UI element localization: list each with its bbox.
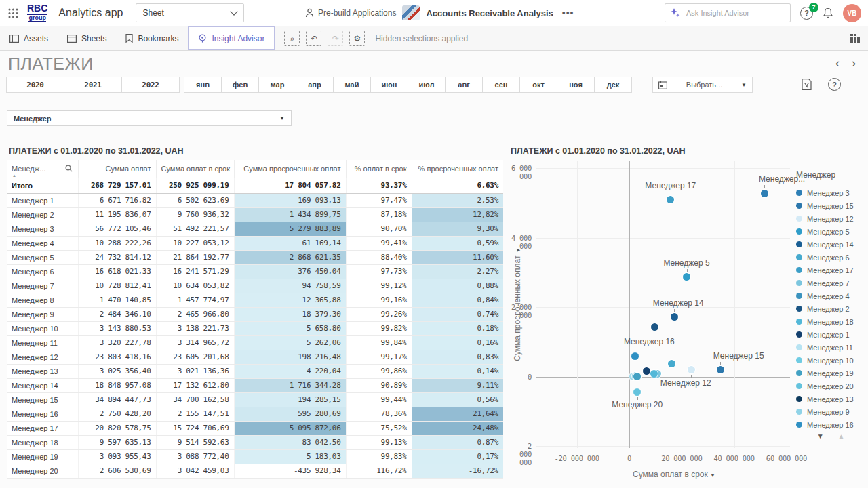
- tab-assets[interactable]: Assets: [0, 26, 58, 50]
- next-sheet-button[interactable]: ›: [852, 57, 856, 69]
- legend-item[interactable]: Менеджер 15: [796, 199, 868, 212]
- manager-cell[interactable]: Менеджер 7: [7, 279, 78, 293]
- month-button-апр[interactable]: апр: [296, 77, 334, 93]
- date-picker[interactable]: Выбрать... ▼: [652, 77, 753, 93]
- manager-filter-dropdown[interactable]: Менеджер ▼: [7, 110, 292, 126]
- scatter-point[interactable]: [633, 388, 641, 396]
- redo-selection-button[interactable]: ↷: [328, 30, 343, 46]
- more-options-button[interactable]: •••: [559, 7, 577, 18]
- user-avatar[interactable]: VB: [843, 4, 861, 22]
- column-header[interactable]: Сумма оплат в срок: [156, 160, 234, 178]
- sheet-navigator-button[interactable]: [850, 26, 860, 50]
- search-selections-button[interactable]: ⌕: [284, 30, 300, 46]
- tab-bookmarks[interactable]: Bookmarks: [116, 26, 188, 50]
- app-menu-icon[interactable]: [0, 0, 26, 26]
- prebuild-applications-button[interactable]: Pre-build Applications: [305, 8, 396, 18]
- scatter-point[interactable]: [668, 360, 675, 367]
- month-button-июн[interactable]: июн: [370, 77, 408, 93]
- undo-selection-button[interactable]: ↶: [306, 30, 321, 46]
- year-button-2022[interactable]: 2022: [121, 77, 180, 93]
- scatter-point[interactable]: [667, 196, 674, 203]
- manager-cell[interactable]: Менеджер 10: [7, 321, 78, 336]
- month-button-фев[interactable]: фев: [221, 77, 259, 93]
- column-header[interactable]: % просроченных оплат: [412, 160, 503, 178]
- year-button-2021[interactable]: 2021: [64, 77, 122, 93]
- legend-item[interactable]: Менеджер 14: [796, 238, 868, 251]
- legend-item[interactable]: Менеджер 17: [796, 264, 868, 277]
- scatter-point[interactable]: [683, 273, 690, 281]
- scatter-point[interactable]: [688, 366, 695, 373]
- manager-cell[interactable]: Менеджер 4: [7, 236, 78, 250]
- insight-advisor-search[interactable]: [665, 3, 791, 22]
- year-button-2020[interactable]: 2020: [6, 77, 64, 93]
- manager-cell[interactable]: Менеджер 15: [7, 392, 78, 407]
- manager-cell[interactable]: Менеджер 12: [7, 350, 78, 364]
- sheet-selector[interactable]: Sheet: [136, 3, 244, 22]
- scatter-point[interactable]: [631, 352, 639, 360]
- help-button[interactable]: ? 7: [800, 7, 813, 20]
- month-button-дек[interactable]: дек: [594, 77, 632, 93]
- x-axis-title[interactable]: Сумма оплат в срок ▼: [613, 470, 735, 479]
- legend-item[interactable]: Менеджер 13: [796, 392, 868, 405]
- manager-cell[interactable]: Менеджер 17: [7, 421, 78, 435]
- bell-icon[interactable]: [823, 7, 833, 19]
- legend-item[interactable]: Менеджер 5: [796, 225, 868, 238]
- prev-sheet-button[interactable]: ‹: [835, 57, 840, 69]
- manager-cell[interactable]: Менеджер 20: [7, 464, 78, 478]
- manager-cell[interactable]: Менеджер 3: [7, 222, 78, 236]
- hidden-selections-icon[interactable]: ⚙: [349, 30, 365, 46]
- manager-cell[interactable]: Менеджер 16: [7, 407, 78, 421]
- month-button-сен[interactable]: сен: [482, 77, 520, 93]
- manager-cell[interactable]: Менеджер 5: [7, 250, 78, 264]
- manager-cell[interactable]: Менеджер 1: [7, 193, 78, 207]
- selections-tool-icon[interactable]: [802, 79, 812, 90]
- month-button-май[interactable]: май: [333, 77, 371, 93]
- manager-cell[interactable]: Менеджер 8: [7, 293, 78, 307]
- legend-item[interactable]: Менеджер 4: [796, 289, 868, 302]
- legend-item[interactable]: Менеджер 9: [796, 405, 868, 418]
- scatter-point[interactable]: [643, 367, 650, 375]
- scatter-point[interactable]: [761, 190, 768, 197]
- legend-item[interactable]: Менеджер 12: [796, 212, 868, 225]
- manager-cell[interactable]: Менеджер 9: [7, 307, 78, 321]
- legend-item[interactable]: Менеджер 1: [796, 328, 868, 341]
- legend-item[interactable]: Менеджер 2: [796, 302, 868, 315]
- month-button-окт[interactable]: окт: [519, 77, 557, 93]
- column-header[interactable]: Менедж...▲: [7, 160, 78, 178]
- month-button-янв[interactable]: янв: [184, 77, 222, 93]
- manager-cell[interactable]: Менеджер 13: [7, 364, 78, 378]
- legend-item[interactable]: Менеджер 10: [796, 354, 868, 367]
- manager-cell[interactable]: Менеджер 11: [7, 336, 78, 350]
- column-header[interactable]: Сумма оплат: [78, 160, 156, 178]
- y-axis-title[interactable]: Сумма просроченных оплат ▼: [513, 161, 522, 448]
- manager-cell[interactable]: Менеджер 6: [7, 264, 78, 279]
- column-header[interactable]: Сумма просроченных оплат: [234, 160, 346, 178]
- sheet-help-icon[interactable]: ?: [828, 78, 841, 91]
- month-button-ноя[interactable]: ноя: [557, 77, 595, 93]
- column-header[interactable]: % оплат в срок: [346, 160, 412, 178]
- search-input[interactable]: [685, 8, 769, 18]
- month-button-мар[interactable]: мар: [258, 77, 296, 93]
- legend-item[interactable]: Менеджер 11: [796, 341, 868, 354]
- search-icon[interactable]: [65, 165, 73, 172]
- manager-cell[interactable]: Менеджер 19: [7, 449, 78, 464]
- manager-cell[interactable]: Менеджер 14: [7, 378, 78, 392]
- legend-item[interactable]: Менеджер 3: [796, 186, 868, 199]
- legend-page-down-button[interactable]: ▼: [817, 432, 824, 440]
- manager-cell[interactable]: Менеджер 2: [7, 207, 78, 222]
- legend-item[interactable]: Менеджер 16: [796, 418, 868, 431]
- manager-cell[interactable]: Менеджер 18: [7, 435, 78, 449]
- legend-item[interactable]: Менеджер 20: [796, 380, 868, 392]
- legend-page-up-button[interactable]: ▲: [837, 432, 844, 440]
- month-button-авг[interactable]: авг: [445, 77, 483, 93]
- scatter-point[interactable]: [717, 366, 724, 373]
- scatter-point[interactable]: [651, 323, 658, 331]
- tab-insight-advisor[interactable]: Insight Advisor: [188, 26, 275, 50]
- month-button-июл[interactable]: июл: [408, 77, 446, 93]
- scatter-point[interactable]: [671, 313, 678, 321]
- tab-sheets[interactable]: Sheets: [58, 26, 116, 50]
- legend-item[interactable]: Менеджер 19: [796, 367, 868, 380]
- legend-item[interactable]: Менеджер 6: [796, 251, 868, 264]
- legend-item[interactable]: Менеджер 18: [796, 315, 868, 328]
- legend-item[interactable]: Менеджер 7: [796, 277, 868, 289]
